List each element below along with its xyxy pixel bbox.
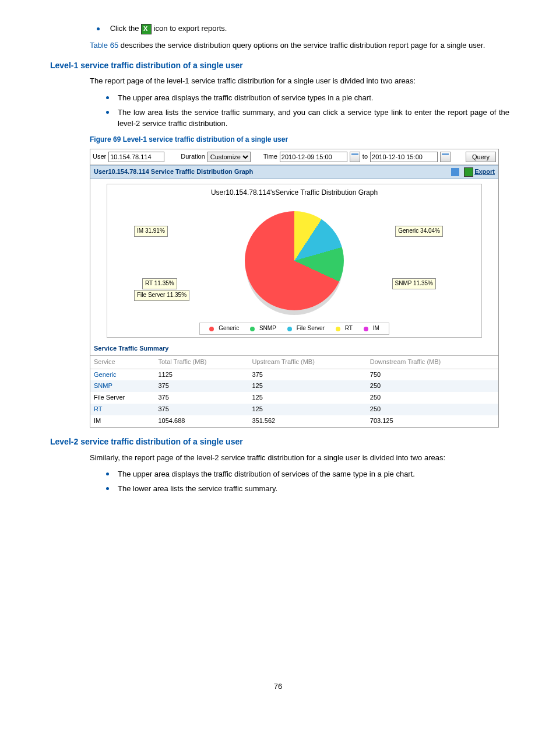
- page-number: 76: [47, 681, 509, 692]
- chart-title: User10.154.78.114'sService Traffic Distr…: [111, 188, 478, 198]
- heading-level1: Level-1 service traffic distribution of …: [50, 60, 509, 71]
- calendar-icon[interactable]: [350, 152, 360, 162]
- duration-label: Duration: [181, 152, 205, 162]
- filter-toolbar: User Duration Customize Time to Query: [90, 149, 498, 165]
- chart-tool-icon[interactable]: [451, 168, 459, 176]
- chart-header-bar: User10.154.78.114 Service Traffic Distri…: [90, 165, 498, 179]
- figure-caption: Figure 69 Level-1 service traffic distri…: [90, 135, 509, 145]
- heading-level2: Level-2 service traffic distribution of …: [50, 436, 509, 447]
- callout-fs: File Server 11.35%: [134, 290, 189, 301]
- col-downstream: Downstream Traffic (MB): [367, 356, 498, 369]
- table-row: Generic1125375750: [90, 369, 498, 380]
- table-link[interactable]: Table 65: [90, 41, 118, 50]
- excel-icon: [141, 24, 152, 34]
- time-to-input[interactable]: [370, 152, 438, 162]
- col-total: Total Traffic (MB): [155, 356, 249, 369]
- body-text: Table 65 describes the service distribut…: [90, 40, 509, 51]
- service-link[interactable]: RT: [94, 405, 102, 412]
- callout-im: IM 31.91%: [134, 226, 168, 237]
- list-item: The low area lists the service traffic s…: [106, 107, 509, 130]
- table-row: IM1054.688351.562703.125: [90, 415, 498, 427]
- pie-chart: [245, 211, 344, 310]
- text: Click the: [110, 24, 139, 33]
- summary-title: Service Traffic Summary: [90, 342, 498, 356]
- body-text: The report page of the level-1 service t…: [90, 76, 509, 87]
- callout-rt: RT 11.35%: [142, 278, 177, 289]
- body-text: Click the icon to export reports.: [97, 23, 509, 34]
- col-upstream: Upstream Traffic (MB): [248, 356, 366, 369]
- table-row: File Server375125250: [90, 392, 498, 404]
- col-service: Service: [90, 356, 155, 369]
- time-from-input[interactable]: [280, 152, 347, 162]
- list-item: The lower area lists the service traffic…: [106, 484, 509, 495]
- screenshot-figure: User Duration Customize Time to Query Us…: [90, 149, 499, 428]
- service-link[interactable]: SNMP: [94, 382, 112, 389]
- callout-snmp: SNMP 11.35%: [392, 278, 436, 289]
- duration-select[interactable]: Customize: [207, 152, 251, 162]
- table-row: SNMP375125250: [90, 380, 498, 392]
- summary-table: Service Total Traffic (MB) Upstream Traf…: [90, 356, 498, 428]
- list-item: The upper area displays the traffic dist…: [106, 93, 509, 104]
- calendar-icon[interactable]: [440, 152, 451, 162]
- summary-section: Service Traffic Summary Service Total Tr…: [90, 342, 498, 428]
- user-input[interactable]: [108, 152, 164, 162]
- chart-bar-title: User10.154.78.114 Service Traffic Distri…: [94, 167, 253, 177]
- export-link[interactable]: Export: [464, 167, 495, 177]
- to-label: to: [363, 152, 368, 162]
- callout-generic: Generic 34.04%: [395, 226, 443, 237]
- legend: Generic SNMP File Server RT IM: [199, 323, 389, 335]
- list-item: The upper area displays the traffic dist…: [106, 469, 509, 480]
- chart-box: User10.154.78.114'sService Traffic Distr…: [107, 184, 482, 338]
- table-row: RT375125250: [90, 404, 498, 415]
- user-label: User: [93, 152, 106, 162]
- service-link[interactable]: Generic: [94, 371, 117, 378]
- excel-icon: [464, 167, 473, 177]
- body-text: Similarly, the report page of the level-…: [90, 453, 509, 464]
- time-label: Time: [263, 152, 277, 162]
- query-button[interactable]: Query: [466, 152, 496, 162]
- text: icon to export reports.: [154, 24, 227, 33]
